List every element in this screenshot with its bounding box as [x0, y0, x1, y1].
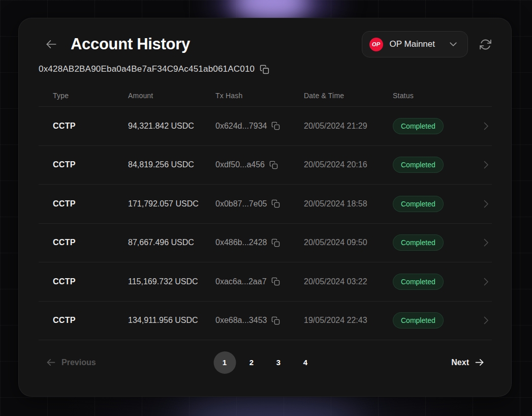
- tx-hash-cell: 0xac6a...2aa7: [215, 277, 304, 286]
- arrow-left-icon: [45, 38, 58, 51]
- tx-hash: 0x486b...2428: [215, 238, 267, 247]
- copy-icon[interactable]: [269, 161, 278, 169]
- tx-type: CCTP: [53, 238, 128, 247]
- tx-datetime: 20/05/2024 18:58: [304, 199, 393, 209]
- tx-type: CCTP: [53, 160, 128, 169]
- page-numbers: 1 2 3 4: [213, 351, 317, 374]
- tx-datetime: 20/05/2024 03:22: [304, 277, 393, 286]
- network-label: OP Mainnet: [390, 39, 435, 49]
- tx-type: CCTP: [53, 199, 128, 209]
- tx-hash-cell: 0x486b...2428: [215, 238, 304, 247]
- copy-icon[interactable]: [260, 65, 269, 74]
- chevron-right-icon[interactable]: [478, 198, 492, 210]
- wallet-address: 0x428AB2BA90Eba0a4Be7aF34C9Ac451ab061AC0…: [39, 64, 255, 74]
- chevron-right-icon[interactable]: [478, 314, 492, 326]
- network-select[interactable]: OP OP Mainnet: [362, 31, 468, 57]
- tx-hash: 0xac6a...2aa7: [215, 277, 267, 286]
- next-label: Next: [451, 358, 469, 367]
- tx-hash: 0xe68a...3453: [215, 316, 267, 325]
- previous-page-button[interactable]: Previous: [46, 357, 96, 368]
- chevron-right-icon[interactable]: [478, 236, 492, 249]
- page-title: Account History: [71, 35, 190, 53]
- page-number-4[interactable]: 4: [294, 351, 317, 374]
- copy-icon[interactable]: [271, 277, 280, 286]
- copy-icon[interactable]: [271, 199, 280, 208]
- table-row[interactable]: CCTP 115,169.732 USDC 0xac6a...2aa7 20/0…: [39, 262, 492, 301]
- bottom-tint: [0, 398, 532, 416]
- next-page-button[interactable]: Next: [451, 357, 485, 368]
- chevron-right-icon[interactable]: [478, 120, 492, 132]
- refresh-button[interactable]: [479, 38, 492, 51]
- tx-type: CCTP: [53, 316, 128, 325]
- tx-amount: 94,321.842 USDC: [128, 122, 215, 131]
- tx-datetime: 19/05/2024 22:43: [304, 316, 393, 325]
- tx-hash: 0x0b87...7e05: [215, 199, 267, 209]
- tx-amount: 84,819.256 USDC: [128, 160, 215, 169]
- status-badge: Completed: [393, 312, 444, 329]
- previous-label: Previous: [61, 358, 96, 367]
- pagination: Previous 1 2 3 4 Next: [39, 340, 492, 387]
- tx-type: CCTP: [53, 277, 128, 286]
- tx-datetime: 20/05/2024 09:50: [304, 238, 393, 247]
- table-row[interactable]: CCTP 84,819.256 USDC 0xdf50...a456 20/05…: [39, 145, 492, 185]
- status-badge: Completed: [393, 196, 444, 212]
- table-row[interactable]: CCTP 94,321.842 USDC 0x624d...7934 20/05…: [39, 106, 492, 145]
- table-row[interactable]: CCTP 87,667.496 USDC 0x486b...2428 20/05…: [39, 223, 492, 262]
- wallet-address-row: 0x428AB2BA90Eba0a4Be7aF34C9Ac451ab061AC0…: [39, 64, 492, 74]
- table-header-row: Type Amount Tx Hash Date & Time Status: [39, 85, 492, 106]
- page-number-2[interactable]: 2: [240, 351, 263, 374]
- copy-icon[interactable]: [271, 122, 280, 130]
- status-badge: Completed: [393, 234, 444, 251]
- account-history-card: Account History OP OP Mainnet: [18, 18, 512, 397]
- page-number-3[interactable]: 3: [267, 351, 290, 374]
- status-badge: Completed: [393, 274, 444, 290]
- refresh-icon: [479, 38, 492, 51]
- tx-amount: 115,169.732 USDC: [128, 277, 215, 286]
- tx-amount: 87,667.496 USDC: [128, 238, 215, 247]
- tx-hash-cell: 0xe68a...3453: [215, 316, 304, 325]
- chevron-down-icon: [448, 39, 458, 49]
- tx-hash: 0xdf50...a456: [215, 160, 265, 169]
- tx-hash-cell: 0x624d...7934: [215, 122, 304, 131]
- arrow-right-icon: [474, 357, 485, 368]
- copy-icon[interactable]: [271, 239, 280, 247]
- col-header-amount: Amount: [128, 92, 215, 100]
- chevron-right-icon[interactable]: [478, 159, 492, 171]
- col-header-txhash: Tx Hash: [215, 92, 304, 100]
- history-table: Type Amount Tx Hash Date & Time Status C…: [39, 85, 492, 387]
- tx-hash: 0x624d...7934: [215, 122, 267, 131]
- tx-amount: 171,792.057 USDC: [128, 199, 215, 209]
- tx-type: CCTP: [53, 122, 128, 131]
- tx-amount: 134,911.956 USDC: [128, 316, 215, 325]
- copy-icon[interactable]: [271, 316, 280, 325]
- col-header-status: Status: [393, 92, 478, 100]
- card-header: Account History OP OP Mainnet: [39, 31, 492, 58]
- table-row[interactable]: CCTP 171,792.057 USDC 0x0b87...7e05 20/0…: [39, 184, 492, 223]
- col-header-datetime: Date & Time: [304, 92, 393, 100]
- col-header-type: Type: [53, 92, 128, 100]
- tx-datetime: 20/05/2024 21:29: [304, 122, 393, 131]
- status-badge: Completed: [393, 118, 444, 134]
- op-network-icon: OP: [369, 38, 383, 51]
- tx-hash-cell: 0x0b87...7e05: [215, 199, 304, 209]
- status-badge: Completed: [393, 157, 444, 173]
- page-number-1[interactable]: 1: [213, 351, 236, 374]
- chevron-right-icon[interactable]: [478, 276, 492, 288]
- table-row[interactable]: CCTP 134,911.956 USDC 0xe68a...3453 19/0…: [39, 301, 492, 340]
- tx-hash-cell: 0xdf50...a456: [215, 160, 304, 169]
- tx-datetime: 20/05/2024 20:16: [304, 160, 393, 169]
- arrow-left-icon: [46, 357, 56, 368]
- back-button[interactable]: [43, 36, 60, 53]
